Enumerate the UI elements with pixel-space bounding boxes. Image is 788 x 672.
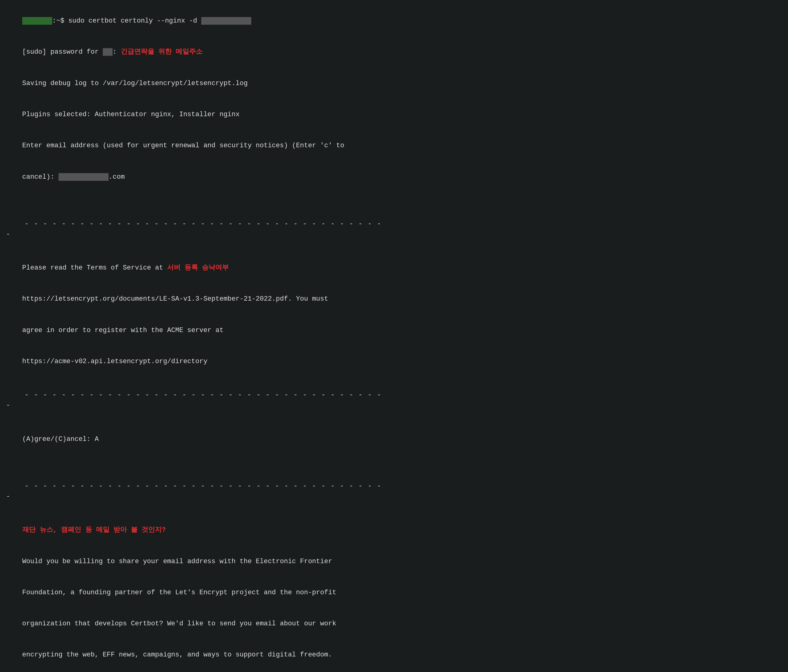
terms-line: Please read the Terms of Service at 서버 등… (6, 253, 388, 284)
email-value-block: ████████████ (59, 173, 108, 181)
cancel-line: cancel): ████████████.com (6, 161, 388, 192)
prompt-line: ███████:~$ sudo certbot certonly --nginx… (6, 5, 388, 37)
enter-email-line: Enter email address (used for urgent ren… (6, 130, 388, 161)
eff-text4: encrypting the web, EFF news, campaigns,… (22, 651, 332, 659)
terms-url-text: https://letsencrypt.org/documents/LE-SA-… (22, 295, 328, 303)
hostname-block: ███████ (22, 17, 52, 25)
domain-block: ████████████ (201, 17, 251, 25)
terms-label: 서버 등록 승낙여부 (167, 264, 229, 272)
dashed-line-1: - - - - - - - - - - - - - - - - - - - - … (6, 208, 388, 250)
agree-text1: agree in order to register with the ACME… (22, 327, 224, 334)
enter-email-text: Enter email address (used for urgent ren… (22, 142, 344, 149)
sudo-password-line: [sudo] password for ██: 긴급연락을 위한 메일주소 (6, 37, 388, 68)
prompt-text: :~$ sudo certbot certonly --nginx -d (52, 17, 197, 25)
eff-line1: Would you be willing to share your email… (6, 546, 388, 577)
eff-line2: Foundation, a founding partner of the Le… (6, 577, 388, 608)
plugins-line: Plugins selected: Authenticator nginx, I… (6, 99, 388, 130)
dashed-line-3: - - - - - - - - - - - - - - - - - - - - … (6, 471, 388, 512)
plugins-text: Plugins selected: Authenticator nginx, I… (22, 111, 240, 118)
agree-prompt-text: (A)gree/(C)ancel: A (22, 435, 99, 443)
eff-title-line: 재단 뉴스, 캠페인 등 메일 받아 볼 것인지? (6, 515, 388, 546)
eff-title: 재단 뉴스, 캠페인 등 메일 받아 볼 것인지? (22, 526, 166, 534)
agree-text2: https://acme-v02.api.letsencrypt.org/dir… (22, 357, 207, 365)
eff-text1: Would you be willing to share your email… (22, 558, 332, 565)
agree-line1: agree in order to register with the ACME… (6, 315, 388, 346)
terms-url-line: https://letsencrypt.org/documents/LE-SA-… (6, 284, 388, 315)
eff-line4: encrypting the web, EFF news, campaigns,… (6, 639, 388, 670)
agree-line2: https://acme-v02.api.letsencrypt.org/dir… (6, 346, 388, 377)
terms-prefix: Please read the Terms of Service at (22, 264, 163, 272)
terminal-window: ███████:~$ sudo certbot certonly --nginx… (6, 5, 388, 672)
sudo-user-block: ██ (103, 48, 113, 56)
saving-log-text: Saving debug log to /var/log/letsencrypt… (22, 79, 248, 87)
saving-log-line: Saving debug log to /var/log/letsencrypt… (6, 68, 388, 99)
email-domain: .com (108, 173, 125, 181)
sudo-label: 긴급연락을 위한 메일주소 (121, 48, 202, 56)
eff-line3: organization that develops Certbot? We'd… (6, 608, 388, 639)
eff-text3: organization that develops Certbot? We'd… (22, 620, 336, 628)
cancel-text: cancel): (22, 173, 55, 181)
sudo-prefix: [sudo] password for (22, 48, 99, 56)
agree-prompt-line: (A)gree/(C)ancel: A (6, 424, 388, 455)
dashed-line-2: - - - - - - - - - - - - - - - - - - - - … (6, 380, 388, 421)
eff-text2: Foundation, a founding partner of the Le… (22, 589, 336, 596)
